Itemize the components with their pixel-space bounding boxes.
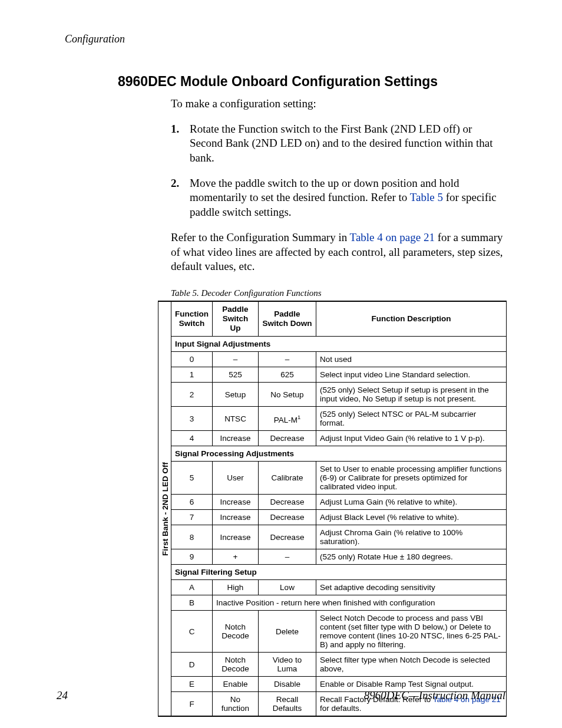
table-row: 1525625Select input video Line Standard … <box>171 367 507 383</box>
section-input-signal: Input Signal Adjustments <box>171 337 507 352</box>
table-row: BInactive Position - return here when fi… <box>171 595 507 611</box>
step-2: Move the paddle switch to the up or down… <box>171 176 505 220</box>
refer-text-a: Refer to the Configuration Summary in <box>171 231 350 243</box>
steps-list: Rotate the Function switch to the First … <box>171 122 505 220</box>
table5-link[interactable]: Table 5 <box>410 191 443 203</box>
table-row: 7IncreaseDecreaseAdjust Black Level (% r… <box>171 510 507 525</box>
table-side-label: First Bank - 2ND LED Off <box>158 301 171 717</box>
table-wrap: First Bank - 2ND LED Off Function Switch… <box>171 301 505 717</box>
th-paddle-up: Paddle Switch Up <box>213 301 259 337</box>
step-1: Rotate the Function switch to the First … <box>171 122 505 166</box>
table-row: 0––Not used <box>171 352 507 367</box>
table-caption: Table 5. Decoder Configuration Functions <box>171 288 505 298</box>
refer-paragraph: Refer to the Configuration Summary in Ta… <box>171 230 505 274</box>
table-row: 4IncreaseDecreaseAdjust Input Video Gain… <box>171 431 507 446</box>
doc-title: 8960DEC—Instruction Manual <box>364 689 505 702</box>
page-number: 24 <box>57 689 68 702</box>
page-footer: 24 8960DEC—Instruction Manual <box>0 689 562 702</box>
table-row: 9+–(525 only) Rotate Hue ± 180 degrees. <box>171 549 507 565</box>
table-row: 5UserCalibrateSet to User to enable proc… <box>171 462 507 495</box>
table-row: 8IncreaseDecreaseAdjust Chroma Gain (% r… <box>171 525 507 549</box>
table-row: DNotch DecodeVideo to LumaSelect filter … <box>171 653 507 677</box>
config-table: Function Switch Paddle Switch Up Paddle … <box>171 301 507 717</box>
table-row: 2SetupNo Setup(525 only) Select Setup if… <box>171 383 507 407</box>
section-signal-filtering: Signal Filtering Setup <box>171 565 507 580</box>
table-row: CNotch DecodeDeleteSelect Notch Decode t… <box>171 611 507 653</box>
th-description: Function Description <box>316 301 507 337</box>
table-row: 6IncreaseDecreaseAdjust Luma Gain (% rel… <box>171 495 507 510</box>
section-heading: 8960DEC Module Onboard Configuration Set… <box>118 74 505 90</box>
table-header-row: Function Switch Paddle Switch Up Paddle … <box>171 301 507 337</box>
table-row: AHighLowSet adaptive decoding sensitivit… <box>171 580 507 595</box>
table4-link[interactable]: Table 4 on page 21 <box>350 231 435 243</box>
table-row: 3NTSCPAL-M1(525 only) Select NTSC or PAL… <box>171 407 507 431</box>
intro-text: To make a configuration setting: <box>171 97 505 111</box>
th-function-switch: Function Switch <box>171 301 213 337</box>
th-paddle-down: Paddle Switch Down <box>259 301 316 337</box>
running-head: Configuration <box>65 33 505 45</box>
section-signal-processing: Signal Processing Adjustments <box>171 446 507 462</box>
